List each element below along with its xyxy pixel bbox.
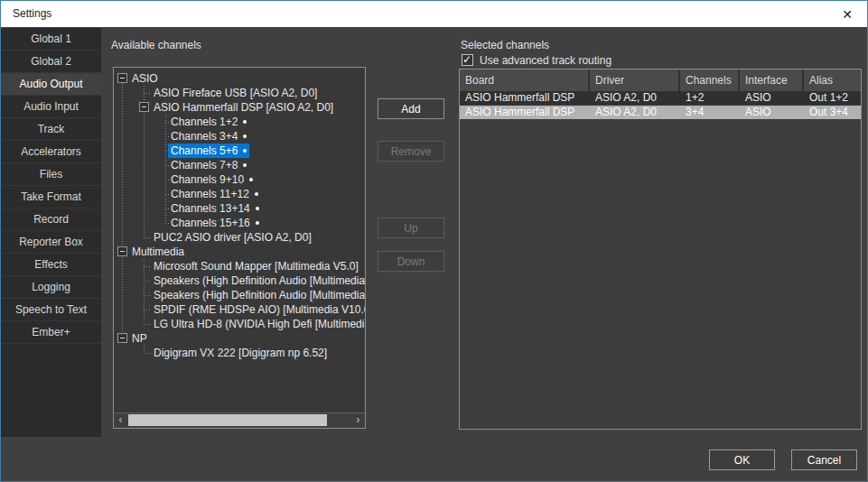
channel-active-dot-icon xyxy=(256,221,259,225)
sidebar-item-logging[interactable]: Logging xyxy=(1,276,101,299)
sidebar-item-track[interactable]: Track xyxy=(1,118,101,141)
sidebar-item-speech-to-text[interactable]: Speech to Text xyxy=(1,299,101,321)
tree-item-label[interactable]: ASIO Hammerfall DSP [ASIO A2, D0] xyxy=(151,100,336,115)
column-header-channels[interactable]: Channels xyxy=(680,70,740,91)
sidebar-item-global-2[interactable]: Global 2 xyxy=(1,51,101,73)
sidebar-item-audio-output[interactable]: Audio Output xyxy=(1,73,101,96)
tree-item-puc2-asio-driver-asio-a2-d0[interactable]: PUC2 ASIO driver [ASIO A2, D0] xyxy=(114,230,365,245)
table-cell: 1+2 xyxy=(680,91,740,105)
available-channels-label: Available channels xyxy=(111,39,201,51)
channel-active-dot-icon xyxy=(256,207,259,210)
tree-item-label[interactable]: Channels 3+4 xyxy=(168,129,249,144)
tree-item-multimedia[interactable]: Multimedia xyxy=(114,245,365,259)
window-title: Settings xyxy=(13,7,51,20)
tree-item-label[interactable]: Speakers (High Definition Audio [Multime… xyxy=(151,273,365,288)
table-row[interactable]: ASIO Hammerfall DSPASIO A2, D03+4ASIOOut… xyxy=(460,106,861,120)
channel-active-dot-icon xyxy=(243,134,247,138)
tree-item-label[interactable]: Speakers (High Definition Audio [Multime… xyxy=(151,288,365,302)
collapse-minus-icon[interactable] xyxy=(139,102,149,112)
tree-item-channels-7-8[interactable]: Channels 7+8 xyxy=(114,158,365,172)
tree-item-label[interactable]: ASIO Fireface USB [ASIO A2, D0] xyxy=(151,86,320,100)
tree-item-label[interactable]: LG Ultra HD-8 (NVIDIA High Defi [Multime… xyxy=(151,317,365,331)
tree-item-channels-13-14[interactable]: Channels 13+14 xyxy=(114,201,365,216)
cancel-button[interactable]: Cancel xyxy=(791,450,857,470)
table-cell: ASIO Hammerfall DSP xyxy=(460,106,590,119)
column-header-board[interactable]: Board xyxy=(460,70,590,91)
tree-item-label[interactable]: Microsoft Sound Mapper [Multimedia V5.0] xyxy=(151,259,361,273)
sidebar-item-reporter-box[interactable]: Reporter Box xyxy=(1,231,101,254)
scroll-right-icon[interactable]: › xyxy=(351,413,365,427)
channel-active-dot-icon xyxy=(243,149,247,153)
tree-item-channels-15-16[interactable]: Channels 15+16 xyxy=(114,216,365,230)
add-button[interactable]: Add xyxy=(378,98,444,119)
close-icon[interactable]: ✕ xyxy=(837,5,857,23)
remove-button[interactable]: Remove xyxy=(378,141,444,162)
table-body: ASIO Hammerfall DSPASIO A2, D01+2ASIOOut… xyxy=(460,91,861,120)
advanced-routing-checkbox[interactable]: ✓ xyxy=(462,54,473,66)
advanced-routing-checkbox-label[interactable]: Use advanced track routing xyxy=(480,54,611,67)
table-cell: ASIO xyxy=(740,106,804,119)
column-header-interface[interactable]: Interface xyxy=(740,70,804,91)
channel-active-dot-icon xyxy=(249,178,253,181)
tree-content: ASIOASIO Fireface USB [ASIO A2, D0]ASIO … xyxy=(114,68,365,413)
tree-item-lg-ultra-hd-8-nvidia-high-defi-multimedia-v[interactable]: LG Ultra HD-8 (NVIDIA High Defi [Multime… xyxy=(114,317,365,331)
tree-item-label[interactable]: SPDIF (RME HDSPe AIO) [Multimedia V10.0] xyxy=(151,302,365,317)
tree-item-channels-11-12[interactable]: Channels 11+12 xyxy=(114,187,365,201)
scrollbar-thumb[interactable] xyxy=(128,414,327,426)
tree-item-label[interactable]: Channels 5+6 xyxy=(168,144,249,158)
tree-item-label[interactable]: Digigram VX 222 [Digigram np 6.52] xyxy=(151,346,330,360)
tree-item-speakers-high-definition-audio-multimedia-v[interactable]: Speakers (High Definition Audio [Multime… xyxy=(114,288,365,302)
tree-item-np[interactable]: NP xyxy=(114,331,365,346)
tree-item-asio[interactable]: ASIO xyxy=(114,71,365,86)
tree-item-label[interactable]: Channels 1+2 xyxy=(168,115,249,129)
tree-item-label[interactable]: Channels 9+10 xyxy=(168,172,256,187)
tree-item-label[interactable]: Multimedia xyxy=(129,245,187,259)
table-row[interactable]: ASIO Hammerfall DSPASIO A2, D01+2ASIOOut… xyxy=(460,91,861,106)
up-button[interactable]: Up xyxy=(378,218,444,238)
sidebar-item-record[interactable]: Record xyxy=(1,209,101,231)
tree-item-spdif-rme-hdspe-aio-multimedia-v10-0[interactable]: SPDIF (RME HDSPe AIO) [Multimedia V10.0] xyxy=(114,302,365,317)
sidebar-item-effects[interactable]: Effects xyxy=(1,254,101,276)
tree-item-asio-hammerfall-dsp-asio-a2-d0[interactable]: ASIO Hammerfall DSP [ASIO A2, D0] xyxy=(114,100,365,115)
channel-active-dot-icon xyxy=(243,163,247,167)
tree-item-label[interactable]: Channels 7+8 xyxy=(168,158,249,172)
sidebar-item-ember[interactable]: Ember+ xyxy=(1,321,101,344)
table-cell: ASIO xyxy=(740,91,804,105)
table-cell: Out 3+4 xyxy=(804,106,862,119)
tree-horizontal-scrollbar[interactable]: ‹ › xyxy=(114,412,365,428)
table-cell: Out 1+2 xyxy=(804,91,862,105)
settings-sidebar: Global 1Global 2Audio OutputAudio InputT… xyxy=(1,28,101,437)
tree-item-label[interactable]: NP xyxy=(129,331,150,346)
tree-item-asio-fireface-usb-asio-a2-d0[interactable]: ASIO Fireface USB [ASIO A2, D0] xyxy=(114,86,365,100)
tree-item-speakers-high-definition-audio-multimedia-v[interactable]: Speakers (High Definition Audio [Multime… xyxy=(114,273,365,288)
column-header-alias[interactable]: Alias xyxy=(804,70,862,91)
collapse-minus-icon[interactable] xyxy=(117,246,127,256)
tree-item-channels-9-10[interactable]: Channels 9+10 xyxy=(114,172,365,187)
ok-button[interactable]: OK xyxy=(709,450,775,470)
tree-item-channels-3-4[interactable]: Channels 3+4 xyxy=(114,129,365,144)
sidebar-item-accelerators[interactable]: Accelerators xyxy=(1,141,101,163)
tree-item-label[interactable]: Channels 13+14 xyxy=(168,201,262,216)
down-button[interactable]: Down xyxy=(378,251,444,272)
sidebar-item-global-1[interactable]: Global 1 xyxy=(1,28,101,51)
tree-item-label[interactable]: Channels 11+12 xyxy=(168,187,261,201)
tree-item-channels-5-6[interactable]: Channels 5+6 xyxy=(114,144,365,158)
collapse-minus-icon[interactable] xyxy=(117,333,127,343)
table-header: BoardDriverChannelsInterfaceAlias xyxy=(460,70,861,91)
title-bar: Settings ✕ xyxy=(1,1,867,27)
column-header-driver[interactable]: Driver xyxy=(590,70,680,91)
tree-item-label[interactable]: PUC2 ASIO driver [ASIO A2, D0] xyxy=(151,230,314,245)
tree-item-microsoft-sound-mapper-multimedia-v5-0[interactable]: Microsoft Sound Mapper [Multimedia V5.0] xyxy=(114,259,365,273)
tree-item-label[interactable]: ASIO xyxy=(129,71,161,86)
scroll-left-icon[interactable]: ‹ xyxy=(114,413,127,427)
collapse-minus-icon[interactable] xyxy=(117,73,127,83)
table-cell: 3+4 xyxy=(680,106,740,119)
sidebar-item-take-format[interactable]: Take Format xyxy=(1,186,101,209)
selected-channels-table: BoardDriverChannelsInterfaceAlias ASIO H… xyxy=(459,69,862,430)
sidebar-item-audio-input[interactable]: Audio Input xyxy=(1,96,101,118)
tree-item-label[interactable]: Channels 15+16 xyxy=(168,216,262,230)
channel-active-dot-icon xyxy=(255,192,258,196)
sidebar-item-files[interactable]: Files xyxy=(1,163,101,186)
tree-item-channels-1-2[interactable]: Channels 1+2 xyxy=(114,115,365,129)
tree-item-digigram-vx-222-digigram-np-6-52[interactable]: Digigram VX 222 [Digigram np 6.52] xyxy=(114,346,365,360)
